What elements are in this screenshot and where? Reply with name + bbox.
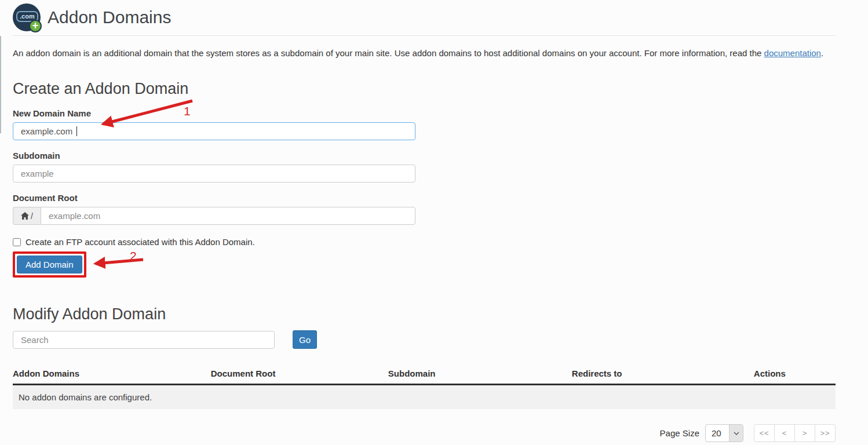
left-edge-sliver	[0, 36, 1, 133]
page-title: Addon Domains	[48, 8, 171, 27]
col-header-subdomain: Subdomain	[334, 369, 490, 378]
addon-domains-page: .com + Addon Domains An addon domain is …	[0, 0, 868, 445]
addon-domain-icon: .com +	[13, 3, 41, 31]
document-root-group: Document Root /	[13, 193, 836, 225]
col-header-document-root: Document Root	[152, 369, 333, 378]
page-size-value: 20	[706, 425, 729, 442]
home-icon	[21, 212, 29, 220]
add-domain-button[interactable]: Add Domain	[17, 256, 82, 273]
document-root-input[interactable]	[41, 207, 415, 225]
prefix-slash: /	[31, 211, 33, 221]
ftp-checkbox[interactable]	[13, 238, 21, 246]
new-domain-input[interactable]	[13, 122, 415, 140]
text-cursor	[76, 126, 77, 136]
subdomain-input[interactable]	[13, 165, 415, 183]
new-domain-group: New Domain Name	[13, 108, 836, 140]
new-domain-label: New Domain Name	[13, 108, 836, 118]
ftp-checkbox-label: Create an FTP account associated with th…	[25, 237, 255, 247]
intro-text: An addon domain is an additional domain …	[13, 48, 836, 58]
pagination-bar: Page Size 20 << < > >>	[13, 424, 836, 442]
document-root-label: Document Root	[13, 193, 836, 203]
col-header-addon-domains: Addon Domains	[13, 369, 152, 378]
first-page-button[interactable]: <<	[754, 424, 775, 442]
ftp-checkbox-row: Create an FTP account associated with th…	[13, 237, 836, 247]
last-page-button[interactable]: >>	[815, 424, 836, 442]
home-prefix: /	[13, 207, 41, 225]
subdomain-label: Subdomain	[13, 151, 836, 161]
subdomain-group: Subdomain	[13, 151, 836, 183]
intro-text-after: .	[821, 48, 823, 58]
go-button[interactable]: Go	[293, 330, 317, 349]
addon-domains-table: Addon Domains Document Root Subdomain Re…	[13, 365, 836, 409]
col-header-redirects-to: Redirects to	[490, 369, 704, 378]
documentation-link[interactable]: documentation	[764, 48, 821, 58]
add-domain-button-wrap: Add Domain	[13, 251, 86, 278]
pagination-buttons: << < > >>	[754, 424, 836, 442]
plus-icon: +	[29, 20, 42, 32]
prev-page-button[interactable]: <	[774, 424, 795, 442]
col-header-actions: Actions	[704, 369, 836, 378]
table-header-row: Addon Domains Document Root Subdomain Re…	[13, 365, 836, 385]
create-section-heading: Create an Addon Domain	[13, 80, 836, 98]
empty-table-message: No addon domains are configured.	[13, 385, 836, 409]
modify-section-heading: Modify Addon Domain	[13, 305, 836, 323]
page-size-select[interactable]: 20	[705, 424, 743, 442]
chevron-down-icon	[729, 425, 743, 442]
page-header: .com + Addon Domains	[13, 0, 836, 36]
search-row: Go	[13, 330, 836, 349]
intro-text-before: An addon domain is an additional domain …	[13, 48, 764, 58]
page-size-label: Page Size	[660, 428, 699, 438]
next-page-button[interactable]: >	[794, 424, 815, 442]
search-input[interactable]	[13, 331, 275, 349]
